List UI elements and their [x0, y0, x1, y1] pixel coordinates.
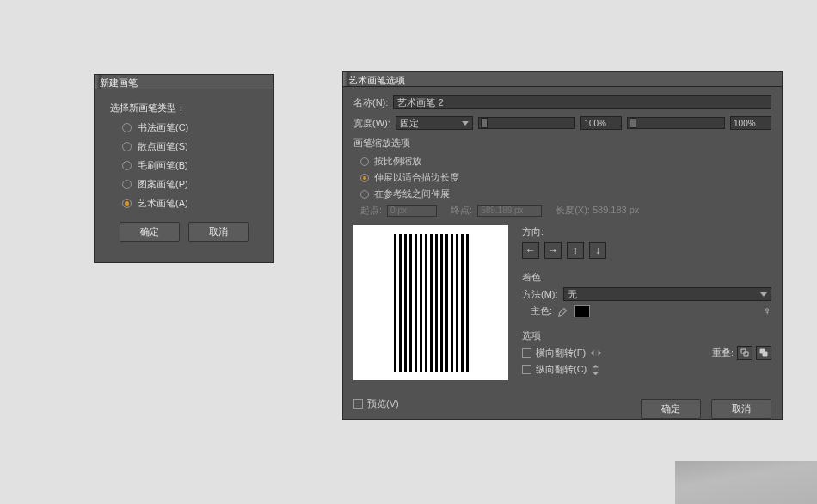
- radio-bristle-brush[interactable]: 毛刷画笔(B): [122, 159, 258, 172]
- width-slider[interactable]: [478, 117, 576, 129]
- start-label: 起点:: [360, 204, 382, 217]
- method-label: 方法(M):: [522, 288, 558, 301]
- flip-vertical-checkbox[interactable]: 纵向翻转(C): [522, 363, 600, 376]
- end-value: 589.189 px: [477, 205, 542, 217]
- overlap-label: 重叠:: [712, 347, 734, 360]
- radio-stretch-to-fit[interactable]: 伸展以适合描边长度: [360, 171, 771, 184]
- radio-dot-icon: [360, 174, 369, 182]
- overlap-option-2[interactable]: [756, 346, 771, 360]
- ok-button[interactable]: 确定: [641, 399, 701, 419]
- radio-label: 按比例缩放: [374, 155, 421, 168]
- dropdown-value: 无: [568, 288, 577, 301]
- dialog-title[interactable]: 新建画笔: [95, 75, 273, 89]
- flip-horizontal-icon: [590, 348, 602, 358]
- width-label: 宽度(W):: [353, 117, 390, 130]
- radio-art-brush[interactable]: 艺术画笔(A): [122, 197, 258, 210]
- radio-dot-icon: [360, 190, 369, 199]
- name-label: 名称(N):: [353, 96, 388, 109]
- radio-stretch-between-guides[interactable]: 在参考线之间伸展: [360, 187, 771, 200]
- art-brush-options-dialog: 艺术画笔选项 名称(N): 宽度(W): 固定 100% 100% 画笔缩放选: [342, 71, 783, 420]
- slider-thumb[interactable]: [481, 118, 488, 128]
- width-slider-2[interactable]: [627, 117, 725, 129]
- corner-decoration: [675, 461, 817, 504]
- checkbox-label: 纵向翻转(C): [536, 363, 587, 376]
- new-brush-dialog: 新建画笔 选择新画笔类型： 书法画笔(C) 散点画笔(S) 毛刷画笔(B) 图案…: [94, 74, 274, 263]
- dialog-title[interactable]: 艺术画笔选项: [343, 72, 782, 87]
- direction-left-button[interactable]: ←: [522, 242, 539, 259]
- radio-dot-icon: [360, 157, 369, 166]
- direction-down-button[interactable]: ↓: [589, 242, 606, 259]
- checkbox-label: 预览(V): [367, 397, 399, 410]
- slider-thumb[interactable]: [630, 118, 636, 128]
- radio-calligraphy-brush[interactable]: 书法画笔(C): [122, 121, 258, 134]
- overlap-option-1[interactable]: [737, 346, 752, 360]
- radio-scale-proportional[interactable]: 按比例缩放: [360, 155, 771, 168]
- length-label: 长度(X): 589.183 px: [556, 204, 639, 217]
- radio-label: 在参考线之间伸展: [374, 187, 450, 200]
- direction-title: 方向:: [522, 225, 771, 238]
- tip-icon[interactable]: ♀: [763, 304, 771, 317]
- scale-group-title: 画笔缩放选项: [353, 137, 771, 150]
- dialog-title-text: 艺术画笔选项: [348, 75, 405, 85]
- radio-label: 伸展以适合描边长度: [374, 171, 459, 184]
- width-value-2[interactable]: 100%: [730, 116, 771, 130]
- radio-pattern-brush[interactable]: 图案画笔(P): [122, 178, 258, 191]
- checkbox-icon: [522, 365, 531, 374]
- flip-horizontal-checkbox[interactable]: 横向翻转(F): [522, 347, 602, 360]
- eyedropper-icon[interactable]: [557, 305, 569, 317]
- direction-up-button[interactable]: ↑: [567, 242, 584, 259]
- preview-checkbox[interactable]: 预览(V): [353, 397, 399, 410]
- width-value[interactable]: 100%: [580, 116, 622, 130]
- checkbox-icon: [522, 348, 531, 358]
- keycolor-swatch[interactable]: [574, 305, 590, 317]
- flip-vertical-icon: [591, 364, 600, 376]
- radio-dot-icon: [122, 142, 132, 151]
- end-label: 终点:: [451, 204, 472, 217]
- brush-preview: [353, 225, 508, 380]
- radio-label: 图案画笔(P): [138, 178, 188, 191]
- radio-dot-icon: [122, 123, 132, 132]
- chevron-down-icon: [462, 121, 469, 126]
- width-mode-dropdown[interactable]: 固定: [396, 116, 473, 130]
- section-label: 选择新画笔类型：: [110, 101, 258, 114]
- radio-label: 书法画笔(C): [138, 121, 188, 134]
- dialog-title-text: 新建画笔: [100, 77, 138, 88]
- ok-button[interactable]: 确定: [120, 222, 180, 242]
- options-title: 选项: [522, 329, 771, 342]
- preview-stripes: [394, 234, 469, 372]
- checkbox-label: 横向翻转(F): [536, 347, 586, 360]
- radio-dot-icon: [122, 199, 132, 208]
- name-input[interactable]: [393, 95, 771, 109]
- chevron-down-icon: [760, 292, 767, 297]
- keycolor-label: 主色:: [531, 304, 552, 317]
- start-value: 0 px: [387, 205, 437, 217]
- cancel-button[interactable]: 取消: [711, 399, 771, 419]
- dropdown-value: 固定: [400, 117, 419, 130]
- radio-dot-icon: [122, 180, 132, 189]
- radio-label: 散点画笔(S): [138, 140, 188, 153]
- direction-right-button[interactable]: →: [544, 242, 562, 259]
- color-method-dropdown[interactable]: 无: [563, 287, 771, 301]
- radio-scatter-brush[interactable]: 散点画笔(S): [122, 140, 258, 153]
- radio-label: 艺术画笔(A): [138, 197, 188, 210]
- color-title: 着色: [522, 271, 771, 284]
- cancel-button[interactable]: 取消: [188, 222, 249, 242]
- checkbox-icon: [353, 399, 363, 409]
- radio-label: 毛刷画笔(B): [138, 159, 188, 172]
- radio-dot-icon: [122, 161, 132, 170]
